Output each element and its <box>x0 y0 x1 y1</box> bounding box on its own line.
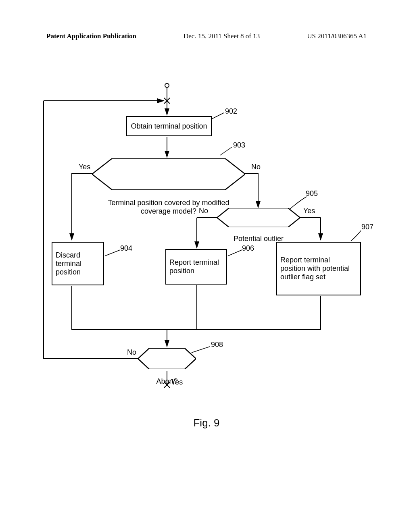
step-report: Report terminal position <box>165 249 227 285</box>
flowchart: Obtain terminal position Terminal positi… <box>0 73 413 476</box>
step-907-text: Report terminal position with potential … <box>280 256 357 281</box>
svg-marker-30 <box>92 158 245 190</box>
step-902-text: Obtain terminal position <box>131 122 207 131</box>
header-right: US 2011/0306365 A1 <box>307 32 367 40</box>
figure-caption: Fig. 9 <box>0 417 413 429</box>
step-903-text: Terminal position covered by modified co… <box>100 199 237 216</box>
step-obtain-position: Obtain terminal position <box>126 116 212 136</box>
svg-marker-32 <box>138 348 196 369</box>
ref-907: 907 <box>361 223 373 231</box>
step-906-text: Report terminal position <box>169 258 223 275</box>
header-left: Patent Application Publication <box>46 32 136 40</box>
step-discard: Discard terminal position <box>52 242 104 285</box>
step-report-outlier: Report terminal position with potential … <box>276 242 361 295</box>
ref-905: 905 <box>306 189 318 198</box>
svg-line-28 <box>228 250 242 256</box>
header-center: Dec. 15, 2011 Sheet 8 of 13 <box>184 32 260 40</box>
step-905-text: Potential outlier <box>234 235 284 243</box>
decision-abort: Abort? <box>138 348 196 369</box>
label-905-yes: Yes <box>303 207 315 215</box>
ref-902: 902 <box>225 107 237 116</box>
decision-covered: Terminal position covered by modified co… <box>92 158 245 190</box>
start-terminal <box>165 83 169 88</box>
step-904-text: Discard terminal position <box>56 251 100 276</box>
label-908-no: No <box>127 348 136 357</box>
ref-903: 903 <box>233 141 245 150</box>
svg-line-27 <box>105 250 120 256</box>
label-903-yes: Yes <box>79 163 90 171</box>
page-header: Patent Application Publication Dec. 15, … <box>0 32 413 40</box>
label-903-no: No <box>251 163 261 171</box>
ref-908: 908 <box>211 341 223 349</box>
ref-904: 904 <box>120 244 132 253</box>
step-908-text: Abort? <box>156 377 177 386</box>
svg-line-26 <box>220 147 232 155</box>
